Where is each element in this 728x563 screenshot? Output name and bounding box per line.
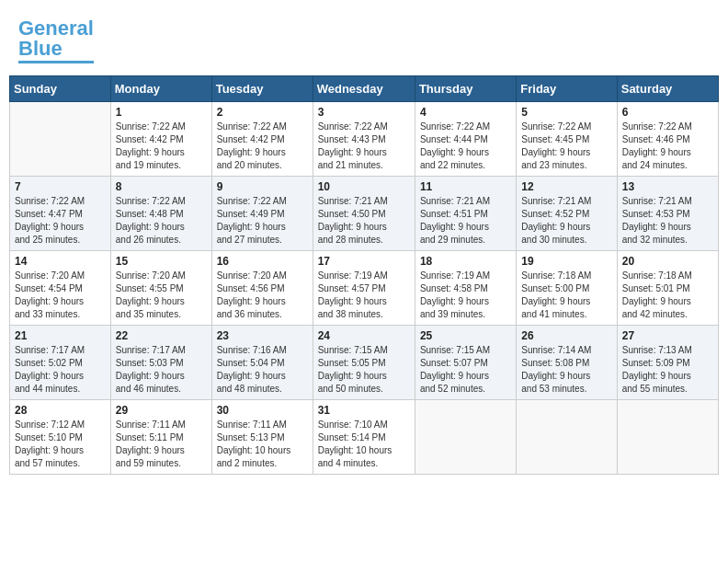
calendar-cell: 20Sunrise: 7:18 AM Sunset: 5:01 PM Dayli… [617,251,718,326]
calendar-cell: 6Sunrise: 7:22 AM Sunset: 4:46 PM Daylig… [617,102,718,177]
day-info: Sunrise: 7:12 AM Sunset: 5:10 PM Dayligh… [15,419,106,470]
logo-text: General Blue [18,18,94,59]
day-info: Sunrise: 7:22 AM Sunset: 4:47 PM Dayligh… [15,195,106,247]
day-number: 30 [217,404,308,417]
calendar-cell: 2Sunrise: 7:22 AM Sunset: 4:42 PM Daylig… [211,102,313,177]
day-number: 10 [318,180,410,193]
day-number: 16 [217,255,308,268]
week-row-2: 7Sunrise: 7:22 AM Sunset: 4:47 PM Daylig… [10,177,719,251]
week-row-1: 1Sunrise: 7:22 AM Sunset: 4:42 PM Daylig… [10,102,719,177]
calendar-cell [415,400,516,475]
calendar-cell: 31Sunrise: 7:10 AM Sunset: 5:14 PM Dayli… [313,400,415,475]
day-number: 12 [521,180,611,193]
calendar-cell: 10Sunrise: 7:21 AM Sunset: 4:50 PM Dayli… [313,177,415,251]
calendar-table: SundayMondayTuesdayWednesdayThursdayFrid… [9,75,719,475]
calendar-cell: 22Sunrise: 7:17 AM Sunset: 5:03 PM Dayli… [110,326,211,400]
day-number: 17 [318,255,410,268]
day-number: 23 [217,329,308,342]
day-info: Sunrise: 7:11 AM Sunset: 5:11 PM Dayligh… [116,419,207,470]
weekday-header-friday: Friday [517,76,617,102]
calendar-cell: 26Sunrise: 7:14 AM Sunset: 5:08 PM Dayli… [517,326,617,400]
day-info: Sunrise: 7:15 AM Sunset: 5:05 PM Dayligh… [318,344,410,396]
calendar-cell: 16Sunrise: 7:20 AM Sunset: 4:56 PM Dayli… [211,251,313,326]
day-number: 3 [318,106,410,119]
calendar-cell: 4Sunrise: 7:22 AM Sunset: 4:44 PM Daylig… [415,102,516,177]
weekday-header-wednesday: Wednesday [313,76,415,102]
weekday-header-saturday: Saturday [617,76,718,102]
calendar-cell: 12Sunrise: 7:21 AM Sunset: 4:52 PM Dayli… [517,177,617,251]
calendar-cell: 14Sunrise: 7:20 AM Sunset: 4:54 PM Dayli… [10,251,111,326]
day-info: Sunrise: 7:11 AM Sunset: 5:13 PM Dayligh… [217,419,308,470]
calendar-cell: 1Sunrise: 7:22 AM Sunset: 4:42 PM Daylig… [110,102,211,177]
day-info: Sunrise: 7:18 AM Sunset: 5:01 PM Dayligh… [622,270,713,321]
calendar-cell: 7Sunrise: 7:22 AM Sunset: 4:47 PM Daylig… [10,177,111,251]
day-info: Sunrise: 7:20 AM Sunset: 4:56 PM Dayligh… [217,270,308,321]
calendar-cell [10,102,111,177]
day-info: Sunrise: 7:20 AM Sunset: 4:55 PM Dayligh… [116,270,207,321]
week-row-5: 28Sunrise: 7:12 AM Sunset: 5:10 PM Dayli… [10,400,719,475]
day-info: Sunrise: 7:18 AM Sunset: 5:00 PM Dayligh… [521,270,611,321]
day-number: 8 [116,180,207,193]
calendar-cell: 9Sunrise: 7:22 AM Sunset: 4:49 PM Daylig… [211,177,313,251]
day-number: 13 [622,180,713,193]
day-info: Sunrise: 7:22 AM Sunset: 4:43 PM Dayligh… [318,121,410,172]
day-number: 5 [521,106,611,119]
calendar-cell [617,400,718,475]
day-number: 27 [622,329,713,342]
week-row-4: 21Sunrise: 7:17 AM Sunset: 5:02 PM Dayli… [10,326,719,400]
weekday-header-sunday: Sunday [10,76,111,102]
day-info: Sunrise: 7:20 AM Sunset: 4:54 PM Dayligh… [15,270,106,321]
weekday-header-row: SundayMondayTuesdayWednesdayThursdayFrid… [10,76,719,102]
calendar-cell [517,400,617,475]
day-info: Sunrise: 7:22 AM Sunset: 4:48 PM Dayligh… [116,195,207,247]
calendar-cell: 28Sunrise: 7:12 AM Sunset: 5:10 PM Dayli… [10,400,111,475]
day-number: 18 [420,255,511,268]
day-info: Sunrise: 7:22 AM Sunset: 4:44 PM Dayligh… [420,121,511,172]
logo-underline [18,61,94,63]
day-number: 22 [116,329,207,342]
weekday-header-monday: Monday [110,76,211,102]
day-info: Sunrise: 7:13 AM Sunset: 5:09 PM Dayligh… [622,344,713,396]
calendar-cell: 5Sunrise: 7:22 AM Sunset: 4:45 PM Daylig… [517,102,617,177]
calendar-cell: 21Sunrise: 7:17 AM Sunset: 5:02 PM Dayli… [10,326,111,400]
weekday-header-thursday: Thursday [415,76,516,102]
day-info: Sunrise: 7:15 AM Sunset: 5:07 PM Dayligh… [420,344,511,396]
day-number: 24 [318,329,410,342]
day-info: Sunrise: 7:22 AM Sunset: 4:45 PM Dayligh… [521,121,611,172]
day-info: Sunrise: 7:19 AM Sunset: 4:58 PM Dayligh… [420,270,511,321]
calendar-cell: 27Sunrise: 7:13 AM Sunset: 5:09 PM Dayli… [617,326,718,400]
day-number: 9 [217,180,308,193]
calendar-cell: 25Sunrise: 7:15 AM Sunset: 5:07 PM Dayli… [415,326,516,400]
day-info: Sunrise: 7:22 AM Sunset: 4:49 PM Dayligh… [217,195,308,247]
logo-blue: Blue [18,37,63,60]
day-info: Sunrise: 7:21 AM Sunset: 4:53 PM Dayligh… [622,195,713,247]
calendar-cell: 17Sunrise: 7:19 AM Sunset: 4:57 PM Dayli… [313,251,415,326]
day-number: 14 [15,255,106,268]
day-number: 26 [521,329,611,342]
day-info: Sunrise: 7:21 AM Sunset: 4:52 PM Dayligh… [521,195,611,247]
calendar-cell: 24Sunrise: 7:15 AM Sunset: 5:05 PM Dayli… [313,326,415,400]
day-number: 4 [420,106,511,119]
calendar-cell: 18Sunrise: 7:19 AM Sunset: 4:58 PM Dayli… [415,251,516,326]
day-number: 29 [116,404,207,417]
week-row-3: 14Sunrise: 7:20 AM Sunset: 4:54 PM Dayli… [10,251,719,326]
calendar-cell: 29Sunrise: 7:11 AM Sunset: 5:11 PM Dayli… [110,400,211,475]
weekday-header-tuesday: Tuesday [211,76,313,102]
day-number: 25 [420,329,511,342]
logo: General Blue [18,18,94,63]
day-number: 15 [116,255,207,268]
day-number: 6 [622,106,713,119]
calendar-cell: 8Sunrise: 7:22 AM Sunset: 4:48 PM Daylig… [110,177,211,251]
calendar-cell: 3Sunrise: 7:22 AM Sunset: 4:43 PM Daylig… [313,102,415,177]
day-number: 28 [15,404,106,417]
day-info: Sunrise: 7:14 AM Sunset: 5:08 PM Dayligh… [521,344,611,396]
calendar-cell: 13Sunrise: 7:21 AM Sunset: 4:53 PM Dayli… [617,177,718,251]
day-number: 11 [420,180,511,193]
day-info: Sunrise: 7:22 AM Sunset: 4:42 PM Dayligh… [116,121,207,172]
calendar-cell: 30Sunrise: 7:11 AM Sunset: 5:13 PM Dayli… [211,400,313,475]
day-number: 1 [116,106,207,119]
day-number: 31 [318,404,410,417]
day-info: Sunrise: 7:17 AM Sunset: 5:03 PM Dayligh… [116,344,207,396]
day-info: Sunrise: 7:16 AM Sunset: 5:04 PM Dayligh… [217,344,308,396]
day-number: 20 [622,255,713,268]
